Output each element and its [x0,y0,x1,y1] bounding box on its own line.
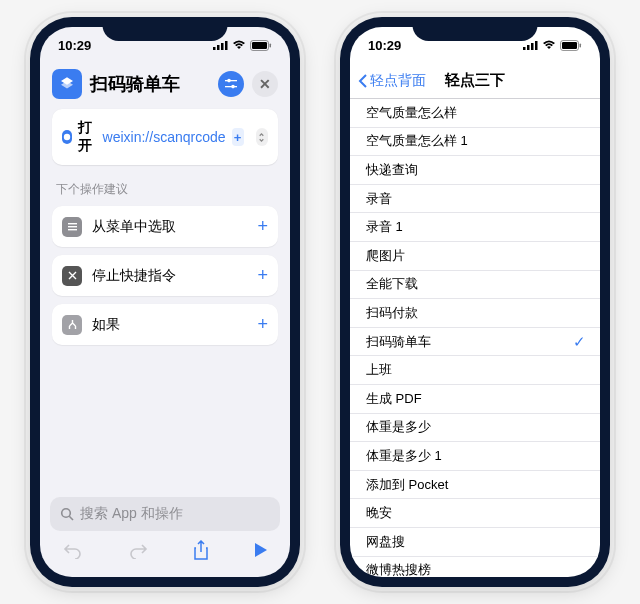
list-item-label: 录音 1 [366,218,403,236]
action-more-button[interactable] [256,128,268,146]
undo-icon [63,541,83,559]
redo-button[interactable] [128,541,148,564]
svg-rect-21 [562,42,577,49]
svg-rect-19 [535,41,538,50]
close-icon: ✕ [259,76,271,92]
list-item[interactable]: 微博热搜榜 [350,557,600,578]
svg-rect-16 [523,47,526,50]
shortcut-list[interactable]: 空气质量怎么样空气质量怎么样 1快递查询录音录音 1爬图片全能下载扫码付款扫码骑… [350,99,600,577]
list-item[interactable]: 生成 PDF [350,385,600,414]
app-dot-icon [62,130,72,144]
signal-icon [523,40,538,50]
svg-rect-1 [217,45,220,50]
svg-point-11 [64,134,70,140]
status-indicators [523,40,582,51]
chevron-expand-icon [257,133,266,142]
settings-button[interactable] [218,71,244,97]
signal-icon [213,40,228,50]
svg-rect-17 [527,45,530,50]
svg-rect-2 [221,43,224,50]
back-label: 轻点背面 [370,72,426,90]
status-time: 10:29 [368,38,401,53]
add-icon[interactable]: + [257,216,268,237]
suggestion-label: 停止快捷指令 [92,267,247,285]
svg-rect-13 [68,226,77,227]
list-item-label: 扫码骑单车 [366,333,431,351]
open-label: 打开 [78,119,97,155]
list-item[interactable]: 体重是多少 [350,414,600,443]
share-icon [193,540,209,560]
suggestion-label: 从菜单中选取 [92,218,247,236]
suggestion-item[interactable]: 如果 + [52,304,278,345]
list-item[interactable]: 添加到 Pocket [350,471,600,500]
shortcut-title-bar: 扫码骑单车 ✕ [40,63,290,109]
suggestion-item[interactable]: 停止快捷指令 + [52,255,278,296]
list-item-label: 录音 [366,190,392,208]
svg-rect-7 [225,80,237,81]
nav-bar: 轻点背面 轻点三下 [350,63,600,99]
branch-icon [62,315,82,335]
wifi-icon [232,40,246,50]
list-item[interactable]: 晚安 [350,499,600,528]
list-item[interactable]: 快递查询 [350,156,600,185]
list-item[interactable]: 空气质量怎么样 1 [350,128,600,157]
svg-rect-6 [270,43,272,47]
add-variable-button[interactable]: + [232,128,244,146]
suggestion-label: 如果 [92,316,247,334]
list-item-label: 网盘搜 [366,533,405,551]
svg-rect-12 [68,223,77,224]
svg-point-8 [227,79,231,83]
menu-icon [62,217,82,237]
list-item-label: 生成 PDF [366,390,422,408]
list-item[interactable]: 体重是多少 1 [350,442,600,471]
bottom-toolbar [40,531,290,573]
battery-icon [250,40,272,51]
suggestions-heading: 下个操作建议 [56,181,274,198]
run-button[interactable] [254,542,268,563]
list-item-label: 添加到 Pocket [366,476,448,494]
shortcut-title: 扫码骑单车 [90,72,210,96]
list-item-label: 快递查询 [366,161,418,179]
play-icon [254,542,268,558]
wifi-icon [542,40,556,50]
stop-icon [62,266,82,286]
add-icon[interactable]: + [257,265,268,286]
list-item[interactable]: 空气质量怎么样 [350,99,600,128]
svg-point-10 [231,85,235,89]
list-item-label: 爬图片 [366,247,405,265]
add-icon[interactable]: + [257,314,268,335]
close-button[interactable]: ✕ [252,71,278,97]
back-button[interactable]: 轻点背面 [350,72,426,90]
list-item[interactable]: 录音 [350,185,600,214]
svg-point-15 [62,509,71,518]
list-item-label: 上班 [366,361,392,379]
list-item[interactable]: 爬图片 [350,242,600,271]
svg-rect-22 [580,43,582,47]
status-time: 10:29 [58,38,91,53]
svg-rect-3 [225,41,228,50]
status-indicators [213,40,272,51]
list-item[interactable]: 全能下载 [350,271,600,300]
suggestion-item[interactable]: 从菜单中选取 + [52,206,278,247]
list-item-label: 微博热搜榜 [366,561,431,577]
share-button[interactable] [193,540,209,565]
undo-button[interactable] [63,541,83,564]
battery-icon [560,40,582,51]
action-card-open-url[interactable]: 打开 weixin://scanqrcode + [52,109,278,165]
list-item[interactable]: 扫码付款 [350,299,600,328]
list-item[interactable]: 录音 1 [350,213,600,242]
shortcut-app-icon [52,69,82,99]
checkmark-icon: ✓ [573,333,586,351]
open-url-value[interactable]: weixin://scanqrcode [103,129,226,145]
list-item[interactable]: 上班 [350,356,600,385]
list-item[interactable]: 网盘搜 [350,528,600,557]
list-item-label: 全能下载 [366,275,418,293]
chevron-left-icon [358,73,368,89]
list-item-label: 空气质量怎么样 [366,104,457,122]
list-item[interactable]: 扫码骑单车✓ [350,328,600,357]
list-item-label: 体重是多少 [366,418,431,436]
list-item-label: 晚安 [366,504,392,522]
list-item-label: 空气质量怎么样 1 [366,132,468,150]
search-input[interactable]: 搜索 App 和操作 [50,497,280,531]
svg-rect-5 [252,42,267,49]
